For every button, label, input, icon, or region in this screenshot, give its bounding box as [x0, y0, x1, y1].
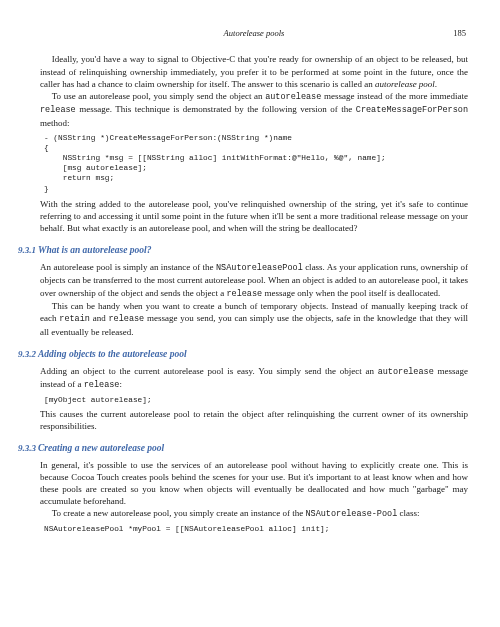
- section-number: 9.3.3: [8, 442, 38, 454]
- code-release-3: release: [109, 314, 145, 324]
- header-spacer: [42, 28, 224, 39]
- code-retain: retain: [59, 314, 90, 324]
- s3-para-1: In general, it's possible to use the ser…: [40, 459, 468, 508]
- code-release-2: release: [226, 289, 262, 299]
- s2-text-1a: Adding an object to the current autorele…: [40, 366, 378, 376]
- s2-text-1c: :: [119, 379, 122, 389]
- s3-text-2a: To create a new autorelease pool, you si…: [52, 508, 306, 518]
- s1-text-2b: and: [90, 313, 109, 323]
- s3-text-2b: class:: [397, 508, 419, 518]
- intro-text-2a: To use an autorelease pool, you simply s…: [52, 91, 265, 101]
- code-nsautoreleasepool: NSAutoreleasePool: [216, 263, 303, 273]
- code-block-2: [myObject autorelease];: [44, 395, 468, 405]
- autorelease-pool-term: autorelease pool.: [375, 79, 437, 89]
- code-release: release: [40, 105, 76, 115]
- intro-text-2d: method:: [40, 118, 70, 128]
- code-block-1: - (NSString *)CreateMessageForPerson:(NS…: [44, 133, 468, 194]
- s1-para-1: An autorelease pool is simply an instanc…: [40, 261, 468, 300]
- page-number: 185: [284, 28, 466, 39]
- intro-para-3: With the string added to the autorelease…: [40, 198, 468, 234]
- intro-para-1: Ideally, you'd have a way to signal to O…: [40, 53, 468, 89]
- code-nsautoreleasepool-2: NSAutorelease-Pool: [305, 509, 397, 519]
- code-block-3: NSAutoreleasePool *myPool = [[NSAutorele…: [44, 524, 468, 534]
- section-title: Adding objects to the autorelease pool: [38, 348, 187, 361]
- section-heading-932: 9.3.2 Adding objects to the autorelease …: [40, 348, 468, 361]
- s3-para-2: To create a new autorelease pool, you si…: [40, 507, 468, 520]
- s1-text-1c: message only when the pool itself is dea…: [262, 288, 440, 298]
- section-heading-931: 9.3.1 What is an autorelease pool?: [40, 244, 468, 257]
- s1-para-2: This can be handy when you want to creat…: [40, 300, 468, 338]
- section-heading-933: 9.3.3 Creating a new autorelease pool: [40, 442, 468, 455]
- code-autorelease-2: autorelease: [378, 367, 434, 377]
- section-title: What is an autorelease pool?: [38, 244, 152, 257]
- header-title: Autorelease pools: [224, 28, 285, 39]
- intro-para-2: To use an autorelease pool, you simply s…: [40, 90, 468, 129]
- code-createmsg: CreateMessageForPerson: [356, 105, 468, 115]
- s2-para-2: This causes the current autorelease pool…: [40, 408, 468, 432]
- section-number: 9.3.1: [8, 244, 38, 256]
- code-release-4: release: [84, 380, 120, 390]
- intro-text-2c: message. This technique is demonstrated …: [76, 104, 356, 114]
- page-header: Autorelease pools 185: [40, 28, 468, 39]
- s2-para-1: Adding an object to the current autorele…: [40, 365, 468, 392]
- code-autorelease: autorelease: [265, 92, 321, 102]
- s1-text-1a: An autorelease pool is simply an instanc…: [40, 262, 216, 272]
- section-number: 9.3.2: [8, 348, 38, 360]
- section-title: Creating a new autorelease pool: [38, 442, 164, 455]
- intro-text-2b: message instead of the more immediate: [321, 91, 468, 101]
